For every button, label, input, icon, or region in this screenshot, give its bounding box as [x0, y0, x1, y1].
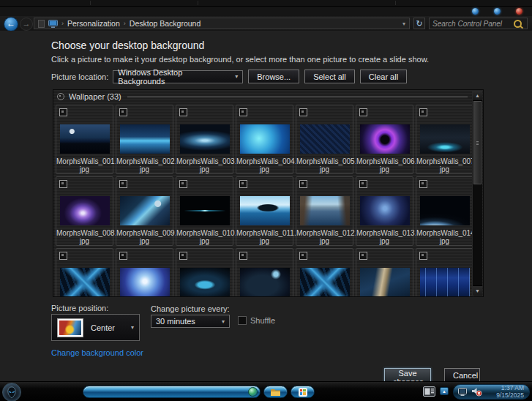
- wallpaper-item[interactable]: [56, 248, 113, 296]
- clock[interactable]: 1:37 AM 9/15/2025: [496, 385, 524, 399]
- windows-button[interactable]: [291, 386, 315, 398]
- wallpaper-thumbnail[interactable]: [60, 196, 110, 225]
- wallpaper-thumbnail[interactable]: [300, 196, 350, 225]
- wallpaper-thumbnail[interactable]: [120, 124, 170, 154]
- collapse-icon[interactable]: [57, 93, 64, 100]
- wallpaper-thumbnail[interactable]: [300, 268, 350, 296]
- scroll-down-button[interactable]: ▼: [473, 285, 482, 296]
- wallpaper-item[interactable]: MorphsWalls_004. jpg: [236, 105, 293, 174]
- wallpaper-checkbox[interactable]: [239, 252, 247, 260]
- wallpaper-group-header[interactable]: Wallpaper (33): [53, 90, 483, 103]
- wallpaper-thumbnail[interactable]: [300, 124, 350, 154]
- wallpaper-item[interactable]: [296, 248, 353, 296]
- wallpaper-checkbox[interactable]: [119, 180, 127, 188]
- wallpaper-checkbox[interactable]: [359, 180, 367, 188]
- scroll-up-button[interactable]: ▲: [473, 91, 482, 101]
- network-icon[interactable]: [458, 388, 468, 397]
- save-changes-button[interactable]: Save changes: [384, 368, 431, 382]
- wallpaper-checkbox[interactable]: [419, 252, 427, 260]
- wallpaper-checkbox[interactable]: [179, 180, 187, 188]
- wallpaper-item[interactable]: [416, 248, 473, 296]
- breadcrumb-personalization[interactable]: Personalization: [67, 19, 120, 28]
- wallpaper-thumbnail[interactable]: [240, 124, 290, 154]
- wallpaper-thumbnail[interactable]: [240, 268, 290, 296]
- search-box[interactable]: [429, 18, 528, 29]
- search-icon[interactable]: [514, 20, 522, 28]
- wallpaper-checkbox[interactable]: [239, 180, 247, 188]
- wallpaper-checkbox[interactable]: [59, 180, 67, 188]
- search-input[interactable]: [430, 20, 514, 28]
- wallpaper-checkbox[interactable]: [299, 180, 307, 188]
- shuffle-checkbox[interactable]: [238, 316, 247, 325]
- wallpaper-thumbnail[interactable]: [360, 124, 410, 154]
- wallpaper-thumbnail[interactable]: [360, 268, 410, 296]
- picture-position-select[interactable]: Center ▾: [51, 314, 140, 341]
- wallpaper-item[interactable]: [236, 248, 293, 296]
- change-background-color-link[interactable]: Change background color: [51, 348, 143, 357]
- wallpaper-thumbnail[interactable]: [120, 196, 170, 225]
- wallpaper-item[interactable]: MorphsWalls_013. jpg: [356, 176, 413, 246]
- select-all-button[interactable]: Select all: [304, 70, 355, 83]
- wallpaper-thumbnail[interactable]: [420, 196, 470, 225]
- wallpaper-item[interactable]: [176, 248, 233, 296]
- wallpaper-thumbnail[interactable]: [360, 196, 410, 225]
- forward-button[interactable]: →: [20, 18, 33, 31]
- wallpaper-item[interactable]: MorphsWalls_003. jpg: [176, 105, 233, 174]
- recent-pages-icon[interactable]: [38, 20, 45, 28]
- wallpaper-item[interactable]: MorphsWalls_006. jpg: [356, 105, 413, 174]
- wallpaper-thumbnail[interactable]: [420, 124, 470, 154]
- wallpaper-thumbnail[interactable]: [180, 268, 230, 296]
- clear-all-button[interactable]: Clear all: [360, 70, 407, 83]
- wallpaper-item[interactable]: [116, 248, 173, 296]
- scrollbar-thumb[interactable]: [473, 101, 482, 184]
- wallpaper-checkbox[interactable]: [419, 108, 427, 116]
- wallpaper-checkbox[interactable]: [59, 108, 67, 116]
- wallpaper-item[interactable]: MorphsWalls_010. jpg: [176, 176, 233, 246]
- wallpaper-thumbnail[interactable]: [120, 268, 170, 296]
- scrollbar[interactable]: ▲ ▼: [472, 91, 482, 296]
- browse-button[interactable]: Browse...: [248, 70, 299, 83]
- chevron-down-icon[interactable]: ▾: [402, 20, 405, 27]
- wallpaper-item[interactable]: MorphsWalls_009. jpg: [116, 176, 173, 246]
- wallpaper-checkbox[interactable]: [179, 252, 187, 260]
- wallpaper-checkbox[interactable]: [59, 252, 67, 260]
- wallpaper-checkbox[interactable]: [299, 108, 307, 116]
- wallpaper-checkbox[interactable]: [359, 252, 367, 260]
- refresh-button[interactable]: ↻: [413, 18, 425, 29]
- wallpaper-item[interactable]: [356, 248, 413, 296]
- wallpaper-checkbox[interactable]: [239, 108, 247, 116]
- close-button[interactable]: [516, 8, 522, 15]
- wallpaper-checkbox[interactable]: [419, 180, 427, 188]
- back-button[interactable]: ←: [4, 17, 18, 31]
- cancel-button[interactable]: Cancel: [444, 368, 480, 382]
- wallpaper-item[interactable]: MorphsWalls_012. jpg: [296, 176, 353, 246]
- wallpaper-item[interactable]: MorphsWalls_001. jpg: [56, 105, 113, 174]
- tray-display-icon[interactable]: [423, 386, 435, 397]
- wallpaper-thumbnail[interactable]: [240, 196, 290, 225]
- wallpaper-thumbnail[interactable]: [420, 268, 470, 296]
- explorer-button[interactable]: [263, 386, 288, 398]
- wallpaper-checkbox[interactable]: [119, 108, 127, 116]
- wallpaper-checkbox[interactable]: [299, 252, 307, 260]
- wallpaper-item[interactable]: MorphsWalls_002. jpg: [116, 105, 173, 174]
- show-hidden-icons-button[interactable]: ▲: [440, 387, 449, 395]
- wallpaper-thumbnail[interactable]: [60, 268, 110, 296]
- wallpaper-checkbox[interactable]: [359, 108, 367, 116]
- breadcrumb-desktop-background[interactable]: Desktop Background: [130, 19, 201, 28]
- wallpaper-item[interactable]: MorphsWalls_005. jpg: [296, 105, 353, 174]
- wallpaper-checkbox[interactable]: [119, 252, 127, 260]
- wallpaper-thumbnail[interactable]: [180, 124, 230, 154]
- wallpaper-thumbnail[interactable]: [60, 124, 110, 154]
- start-button[interactable]: [2, 383, 21, 401]
- wallpaper-item[interactable]: MorphsWalls_014. jpg: [416, 176, 473, 246]
- media-orb-icon[interactable]: [248, 387, 258, 397]
- taskbar-band[interactable]: [83, 386, 261, 398]
- wallpaper-checkbox[interactable]: [179, 108, 187, 116]
- wallpaper-item[interactable]: MorphsWalls_011. jpg: [236, 176, 293, 246]
- wallpaper-item[interactable]: MorphsWalls_007. jpg: [416, 105, 473, 174]
- change-picture-every-select[interactable]: 30 minutes ▾: [151, 315, 230, 328]
- wallpaper-item[interactable]: MorphsWalls_008. jpg: [56, 176, 113, 246]
- volume-muted-icon[interactable]: [471, 387, 482, 397]
- picture-location-select[interactable]: Windows Desktop Backgrounds ▾: [113, 70, 243, 83]
- minimize-button[interactable]: [472, 8, 479, 15]
